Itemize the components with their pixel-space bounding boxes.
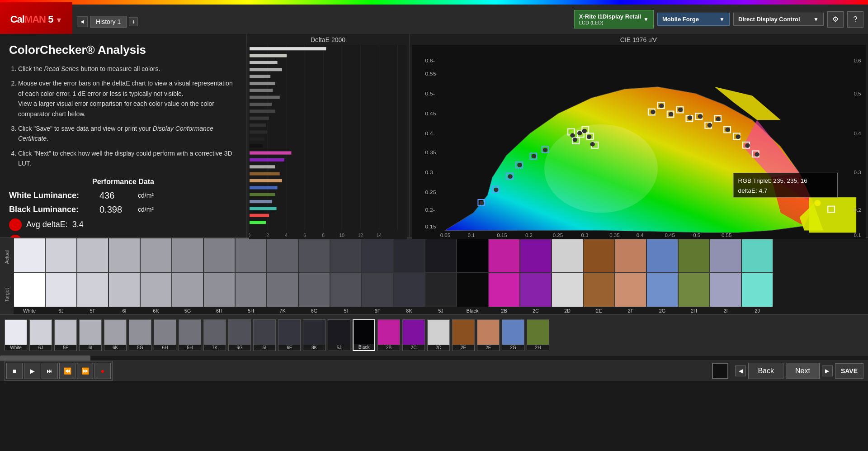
svg-text:0.1: 0.1	[467, 233, 475, 238]
thumb-swatch-white[interactable]: White	[5, 319, 27, 351]
swatch-col-2b[interactable]: 2B	[488, 238, 520, 314]
help-button[interactable]: ?	[847, 11, 863, 28]
display-dropdown[interactable]: Direct Display Control ▼	[733, 13, 824, 26]
thumb-swatch-2h[interactable]: 2H	[527, 319, 549, 351]
thumb-swatch-6i[interactable]: 6I	[79, 319, 102, 351]
thumb-label-6h: 6H	[154, 345, 176, 351]
swatch-name-2b: 2B	[488, 307, 520, 314]
back-button[interactable]: Back	[748, 363, 783, 379]
swatch-col-5i[interactable]: 5I	[330, 238, 362, 314]
swatch-actual-8k	[393, 238, 425, 273]
thumb-swatch-5i[interactable]: 5I	[253, 319, 276, 351]
swatch-col-2d[interactable]: 2D	[552, 238, 583, 314]
swatch-actual-6i	[108, 238, 140, 273]
thumb-swatch-6g[interactable]: 6G	[228, 319, 251, 351]
thumb-label-2c: 2C	[403, 345, 425, 351]
swatch-target-6k	[140, 273, 172, 308]
instruction-1: Click the Read Series button to measure …	[18, 64, 237, 74]
thumb-swatch-5f[interactable]: 5F	[54, 319, 77, 351]
swatch-col-6i[interactable]: 6I	[108, 238, 140, 314]
thumb-label-2e: 2E	[453, 345, 474, 351]
swatch-target-2f	[615, 273, 646, 308]
swatch-col-5j[interactable]: 5J	[425, 238, 457, 314]
svg-rect-27	[250, 117, 269, 120]
scroll-left-icon[interactable]: ◀	[735, 366, 746, 376]
thumb-swatch-2c[interactable]: 2C	[402, 319, 425, 351]
tab-add-button[interactable]: +	[129, 17, 138, 26]
swatch-actual-6h	[203, 238, 235, 273]
thumb-swatch-2e[interactable]: 2E	[452, 319, 475, 351]
deltae-chart: 2 4 6 8 10 12 14 0	[249, 45, 407, 239]
thumb-swatch-5g[interactable]: 5G	[129, 319, 151, 351]
scroll-bar[interactable]	[0, 355, 868, 361]
swatch-col-5h[interactable]: 5H	[235, 238, 267, 314]
swatch-col-black[interactable]: Black	[457, 238, 488, 314]
swatch-col-6k[interactable]: 6K	[140, 238, 172, 314]
swatch-target-black	[457, 273, 488, 308]
swatch-col-2c[interactable]: 2C	[520, 238, 552, 314]
thumb-swatch-black[interactable]: Black	[353, 319, 375, 351]
swatches-container[interactable]: White 6J 5F 6I 6K 5G 6H 5	[14, 238, 868, 314]
swatch-target-white	[14, 273, 45, 308]
fwd-frame-button[interactable]: ⏩	[77, 363, 93, 379]
swatch-col-5f[interactable]: 5F	[77, 238, 108, 314]
swatch-name-7k: 7K	[267, 307, 298, 314]
settings-button[interactable]: ⚙	[827, 11, 844, 28]
stop-button[interactable]: ■	[6, 363, 23, 379]
swatch-col-2j[interactable]: 2J	[741, 238, 773, 314]
thumb-swatch-6j[interactable]: 6J	[29, 319, 52, 351]
swatch-col-7k[interactable]: 7K	[267, 238, 298, 314]
svg-point-103	[669, 112, 673, 117]
thumb-swatch-5h[interactable]: 5H	[179, 319, 201, 351]
swatch-actual-2f	[615, 238, 646, 273]
play-button[interactable]: ▶	[24, 363, 40, 379]
thumb-color-6g	[229, 320, 250, 345]
next-button[interactable]: Next	[786, 363, 820, 379]
swatch-col-6j[interactable]: 6J	[45, 238, 77, 314]
thumb-swatch-6h[interactable]: 6H	[154, 319, 176, 351]
thumb-swatch-6f[interactable]: 6F	[278, 319, 301, 351]
swatch-target-2i	[710, 273, 741, 308]
thumb-swatch-7k[interactable]: 7K	[203, 319, 226, 351]
svg-text:0.55: 0.55	[722, 233, 731, 238]
thumb-swatch-6k[interactable]: 6K	[104, 319, 127, 351]
thumb-swatch-8k[interactable]: 8K	[303, 319, 326, 351]
tab-history1[interactable]: History 1	[90, 16, 127, 28]
avg-delta-value: 3.4	[72, 220, 84, 229]
swatch-col-5g[interactable]: 5G	[172, 238, 203, 314]
nav-prev-button[interactable]: ◀	[77, 16, 88, 27]
skip-button[interactable]: ⏭	[42, 363, 58, 379]
forge-dropdown[interactable]: Mobile Forge ▼	[657, 13, 730, 26]
swatch-col-6f[interactable]: 6F	[362, 238, 393, 314]
svg-point-116	[517, 163, 522, 167]
swatch-col-2g[interactable]: 2G	[646, 238, 678, 314]
svg-text:2: 2	[266, 233, 269, 238]
thumb-color-2c	[403, 320, 425, 345]
swatch-col-2h[interactable]: 2H	[678, 238, 710, 314]
instruction-2: Mouse over the error bars on the deltaE …	[18, 78, 237, 119]
scroll-right-icon[interactable]: ▶	[822, 366, 833, 376]
svg-point-101	[651, 110, 655, 114]
thumb-swatch-2g[interactable]: 2G	[502, 319, 524, 351]
swatch-col-2f[interactable]: 2F	[615, 238, 646, 314]
thumb-swatch-2d[interactable]: 2D	[427, 319, 450, 351]
colorimeter-dropdown[interactable]: X-Rite i1Display Retail LCD (LED) ▼	[574, 10, 654, 28]
thumb-swatch-5j[interactable]: 5J	[328, 319, 350, 351]
swatch-col-white[interactable]: White	[14, 238, 45, 314]
swatch-col-2e[interactable]: 2E	[583, 238, 615, 314]
swatch-col-2i[interactable]: 2I	[710, 238, 741, 314]
swatch-col-8k[interactable]: 8K	[393, 238, 425, 314]
svg-text:0.35: 0.35	[425, 150, 436, 156]
thumb-swatch-2b[interactable]: 2B	[377, 319, 400, 351]
swatch-col-6h[interactable]: 6H	[203, 238, 235, 314]
swatch-target-6g	[298, 273, 330, 308]
swatch-name-white: White	[14, 307, 45, 314]
thumb-swatch-2f[interactable]: 2F	[477, 319, 500, 351]
save-button[interactable]: SAVE	[835, 363, 863, 379]
swatch-col-6g[interactable]: 6G	[298, 238, 330, 314]
back-frame-button[interactable]: ⏪	[59, 363, 75, 379]
record-button[interactable]: ●	[94, 363, 111, 379]
device-controls: X-Rite i1Display Retail LCD (LED) ▼ Mobi…	[574, 10, 868, 28]
analysis-title: ColorChecker® Analysis	[9, 43, 237, 57]
forge-label: Mobile Forge	[662, 16, 699, 23]
